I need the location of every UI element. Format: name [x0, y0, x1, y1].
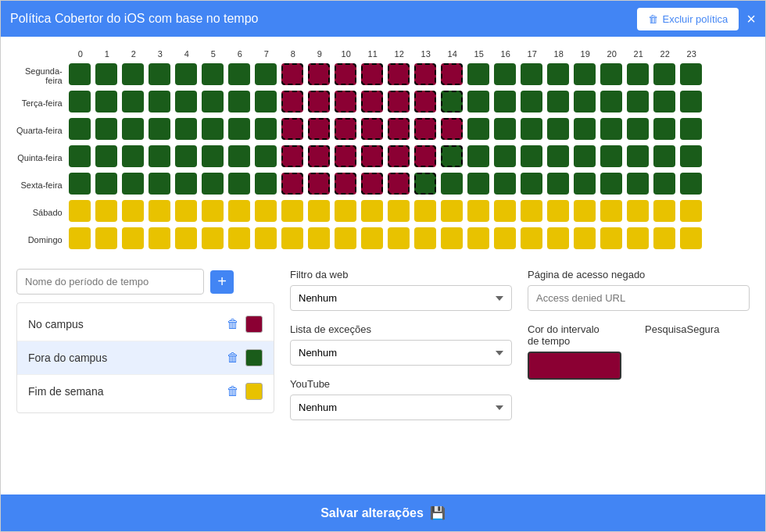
- grid-cell-6-6[interactable]: [227, 226, 253, 253]
- grid-cell-0-11[interactable]: [360, 62, 386, 89]
- grid-cell-5-19[interactable]: [572, 198, 599, 226]
- grid-cell-3-22[interactable]: [652, 144, 678, 171]
- grid-cell-0-10[interactable]: [333, 62, 360, 89]
- save-button[interactable]: Salvar alterações 💾: [320, 505, 446, 520]
- grid-cell-1-0[interactable]: [67, 89, 94, 116]
- youtube-select[interactable]: Nenhum: [290, 395, 512, 420]
- exception-list-select[interactable]: Nenhum: [290, 340, 512, 366]
- grid-cell-6-2[interactable]: [120, 226, 147, 253]
- grid-cell-6-10[interactable]: [333, 226, 360, 253]
- grid-cell-6-23[interactable]: [678, 226, 705, 253]
- grid-cell-5-3[interactable]: [147, 198, 174, 226]
- grid-cell-6-20[interactable]: [599, 226, 625, 253]
- grid-cell-1-23[interactable]: [678, 89, 705, 116]
- grid-cell-4-2[interactable]: [120, 171, 147, 198]
- grid-cell-5-6[interactable]: [227, 198, 253, 226]
- grid-cell-2-2[interactable]: [120, 116, 147, 144]
- grid-cell-6-18[interactable]: [546, 226, 572, 253]
- grid-cell-0-23[interactable]: [678, 62, 705, 89]
- grid-cell-5-0[interactable]: [67, 198, 94, 226]
- grid-cell-1-17[interactable]: [519, 89, 546, 116]
- grid-cell-2-10[interactable]: [333, 116, 360, 144]
- grid-cell-6-1[interactable]: [94, 226, 120, 253]
- grid-cell-4-0[interactable]: [67, 171, 94, 198]
- grid-cell-2-21[interactable]: [625, 116, 652, 144]
- grid-cell-1-16[interactable]: [492, 89, 519, 116]
- grid-cell-6-7[interactable]: [253, 226, 280, 253]
- grid-cell-5-9[interactable]: [306, 198, 333, 226]
- grid-cell-5-10[interactable]: [333, 198, 360, 226]
- grid-cell-2-20[interactable]: [599, 116, 625, 144]
- grid-cell-0-21[interactable]: [625, 62, 652, 89]
- delete-fim-semana-button[interactable]: 🗑: [227, 384, 239, 398]
- grid-cell-2-17[interactable]: [519, 116, 546, 144]
- grid-cell-6-4[interactable]: [174, 226, 200, 253]
- grid-cell-1-22[interactable]: [652, 89, 678, 116]
- grid-cell-3-15[interactable]: [466, 144, 492, 171]
- grid-cell-4-22[interactable]: [652, 171, 678, 198]
- grid-cell-4-20[interactable]: [599, 171, 625, 198]
- grid-cell-0-20[interactable]: [599, 62, 625, 89]
- grid-cell-2-6[interactable]: [227, 116, 253, 144]
- grid-cell-0-17[interactable]: [519, 62, 546, 89]
- grid-cell-4-11[interactable]: [360, 171, 386, 198]
- grid-cell-5-17[interactable]: [519, 198, 546, 226]
- grid-cell-3-7[interactable]: [253, 144, 280, 171]
- grid-cell-4-4[interactable]: [174, 171, 200, 198]
- grid-cell-3-19[interactable]: [572, 144, 599, 171]
- grid-cell-6-9[interactable]: [306, 226, 333, 253]
- grid-cell-0-5[interactable]: [200, 62, 227, 89]
- grid-cell-3-9[interactable]: [306, 144, 333, 171]
- grid-cell-1-19[interactable]: [572, 89, 599, 116]
- grid-cell-2-16[interactable]: [492, 116, 519, 144]
- grid-cell-1-11[interactable]: [360, 89, 386, 116]
- grid-cell-5-22[interactable]: [652, 198, 678, 226]
- grid-cell-1-15[interactable]: [466, 89, 492, 116]
- grid-cell-4-8[interactable]: [280, 171, 306, 198]
- grid-cell-4-15[interactable]: [466, 171, 492, 198]
- grid-cell-4-14[interactable]: [439, 171, 466, 198]
- grid-cell-2-23[interactable]: [678, 116, 705, 144]
- interval-color-swatch[interactable]: [528, 352, 621, 380]
- grid-cell-2-9[interactable]: [306, 116, 333, 144]
- grid-cell-3-17[interactable]: [519, 144, 546, 171]
- grid-cell-3-5[interactable]: [200, 144, 227, 171]
- grid-cell-4-13[interactable]: [413, 171, 439, 198]
- grid-cell-0-6[interactable]: [227, 62, 253, 89]
- grid-cell-0-15[interactable]: [466, 62, 492, 89]
- grid-cell-1-20[interactable]: [599, 89, 625, 116]
- grid-cell-2-15[interactable]: [466, 116, 492, 144]
- grid-cell-0-9[interactable]: [306, 62, 333, 89]
- grid-cell-5-21[interactable]: [625, 198, 652, 226]
- grid-cell-5-13[interactable]: [413, 198, 439, 226]
- grid-cell-1-10[interactable]: [333, 89, 360, 116]
- grid-cell-6-17[interactable]: [519, 226, 546, 253]
- grid-cell-5-23[interactable]: [678, 198, 705, 226]
- grid-cell-6-5[interactable]: [200, 226, 227, 253]
- grid-cell-1-1[interactable]: [94, 89, 120, 116]
- grid-cell-0-8[interactable]: [280, 62, 306, 89]
- grid-cell-0-4[interactable]: [174, 62, 200, 89]
- grid-cell-4-12[interactable]: [386, 171, 413, 198]
- grid-cell-3-4[interactable]: [174, 144, 200, 171]
- grid-cell-2-11[interactable]: [360, 116, 386, 144]
- grid-cell-4-23[interactable]: [678, 171, 705, 198]
- grid-cell-3-10[interactable]: [333, 144, 360, 171]
- grid-cell-6-19[interactable]: [572, 226, 599, 253]
- grid-cell-4-1[interactable]: [94, 171, 120, 198]
- grid-cell-1-2[interactable]: [120, 89, 147, 116]
- grid-cell-5-7[interactable]: [253, 198, 280, 226]
- grid-cell-4-10[interactable]: [333, 171, 360, 198]
- grid-cell-2-7[interactable]: [253, 116, 280, 144]
- grid-cell-0-7[interactable]: [253, 62, 280, 89]
- delete-fora-campus-button[interactable]: 🗑: [227, 351, 239, 365]
- grid-cell-3-12[interactable]: [386, 144, 413, 171]
- grid-cell-5-4[interactable]: [174, 198, 200, 226]
- grid-cell-1-5[interactable]: [200, 89, 227, 116]
- grid-cell-2-4[interactable]: [174, 116, 200, 144]
- grid-cell-6-22[interactable]: [652, 226, 678, 253]
- grid-cell-0-22[interactable]: [652, 62, 678, 89]
- grid-cell-0-1[interactable]: [94, 62, 120, 89]
- grid-cell-0-2[interactable]: [120, 62, 147, 89]
- grid-cell-6-12[interactable]: [386, 226, 413, 253]
